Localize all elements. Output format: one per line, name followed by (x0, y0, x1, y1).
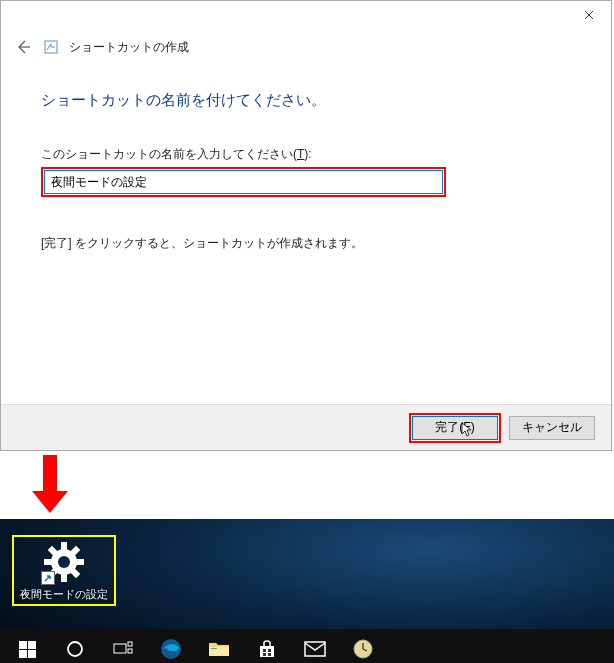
task-view-button[interactable] (100, 629, 146, 663)
create-shortcut-dialog: ショートカットの作成 ショートカットの名前を付けてください。 このショートカット… (0, 0, 612, 451)
arrow-left-icon (15, 39, 31, 55)
svg-rect-15 (28, 650, 36, 658)
label-suffix: ): (304, 147, 311, 161)
clock-icon (353, 639, 373, 659)
svg-rect-27 (305, 642, 325, 656)
input-annotation-highlight (41, 167, 446, 197)
svg-rect-12 (19, 641, 27, 649)
folder-icon (208, 640, 230, 658)
label-prefix: このショートカットの名前を入力してください( (41, 147, 297, 161)
windows-logo-icon (19, 641, 36, 658)
svg-rect-18 (128, 642, 132, 646)
main-heading: ショートカットの名前を付けてください。 (41, 91, 571, 110)
svg-rect-1 (43, 455, 57, 491)
taskbar (0, 629, 614, 663)
finish-button-label: 完了(F) (435, 420, 474, 434)
svg-rect-22 (211, 648, 217, 649)
cancel-button-label: キャンセル (522, 420, 582, 434)
desktop-shortcut[interactable]: 夜間モードの設定 (12, 535, 116, 606)
edge-icon (160, 638, 182, 660)
start-button[interactable] (4, 629, 50, 663)
shortcut-arrow-overlay-icon (41, 571, 55, 585)
annotation-arrow-down-icon (30, 455, 70, 515)
desktop-preview: 夜間モードの設定 (0, 519, 614, 663)
button-bar: 完了(F) キャンセル (1, 404, 611, 450)
cancel-button[interactable]: キャンセル (509, 416, 595, 440)
svg-point-11 (58, 556, 70, 568)
cortana-circle-icon (66, 640, 84, 658)
taskbar-clock[interactable] (340, 629, 386, 663)
svg-rect-2 (61, 542, 67, 550)
taskbar-edge[interactable] (148, 629, 194, 663)
input-label: このショートカットの名前を入力してください(T): (41, 146, 571, 163)
svg-rect-14 (19, 650, 27, 658)
svg-rect-17 (114, 644, 126, 653)
store-icon (257, 639, 277, 659)
svg-rect-19 (128, 649, 132, 653)
svg-rect-23 (263, 649, 266, 652)
title-bar (1, 1, 611, 29)
back-button[interactable] (13, 37, 33, 57)
desktop-shortcut-label: 夜間モードの設定 (20, 587, 108, 602)
settings-gear-icon (43, 541, 85, 583)
svg-rect-6 (76, 559, 84, 565)
close-button[interactable] (566, 1, 611, 29)
svg-rect-13 (28, 641, 36, 649)
svg-rect-24 (268, 649, 271, 652)
close-icon (584, 10, 594, 20)
task-view-icon (113, 641, 133, 657)
finish-button[interactable]: 完了(F) (412, 416, 498, 440)
cortana-button[interactable] (52, 629, 98, 663)
dialog-content: ショートカットの名前を付けてください。 このショートカットの名前を入力してくださ… (1, 91, 611, 252)
shortcut-wizard-icon (43, 39, 59, 55)
dialog-header: ショートカットの作成 (1, 29, 611, 71)
taskbar-file-explorer[interactable] (196, 629, 242, 663)
mail-icon (304, 641, 326, 657)
finish-annotation-highlight: 完了(F) (409, 413, 501, 443)
svg-rect-25 (263, 653, 266, 656)
svg-rect-26 (268, 653, 271, 656)
svg-point-16 (68, 642, 82, 656)
svg-rect-3 (61, 574, 67, 582)
shortcut-name-input[interactable] (44, 170, 443, 194)
hint-text: [完了] をクリックすると、ショートカットが作成されます。 (41, 235, 571, 252)
taskbar-store[interactable] (244, 629, 290, 663)
dialog-title: ショートカットの作成 (69, 39, 189, 56)
svg-rect-7 (44, 559, 52, 565)
taskbar-mail[interactable] (292, 629, 338, 663)
